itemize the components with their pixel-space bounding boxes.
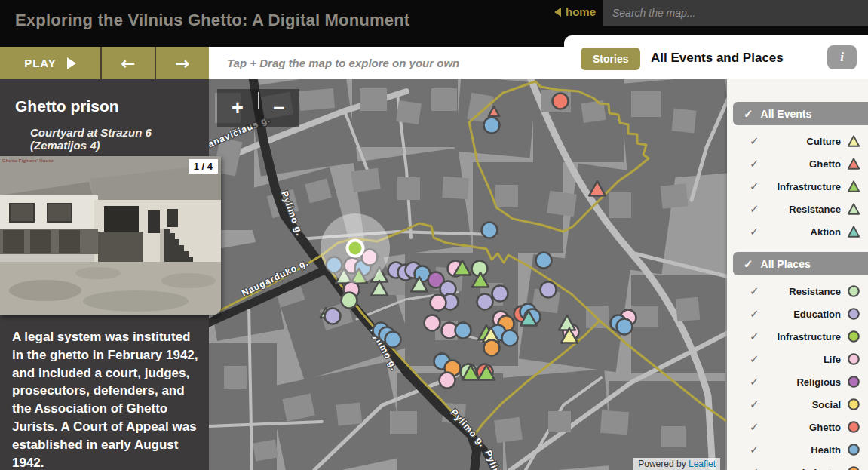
resistance-circle-icon (847, 284, 860, 298)
marker-health-circle[interactable] (617, 319, 633, 335)
ghetto-circle-icon (847, 420, 860, 434)
marker-life-circle[interactable] (440, 373, 455, 389)
check-icon: ✓ (750, 398, 765, 411)
home-arrow-icon (554, 8, 561, 17)
filter-row-events-aktion[interactable]: ✓Aktion (727, 220, 868, 243)
story-photo[interactable]: Ghetto Fighters' House 1 / 4 (0, 156, 221, 315)
check-icon: ✓ (750, 180, 765, 193)
check-icon: ✓ (750, 225, 765, 238)
marker-health-circle[interactable] (455, 323, 471, 339)
search-input[interactable] (603, 0, 868, 26)
check-icon: ✓ (750, 202, 765, 216)
filter-row-places-education[interactable]: ✓Education (727, 303, 868, 325)
check-icon: ✓ (750, 352, 765, 366)
check-icon: ✓ (750, 420, 765, 434)
next-button[interactable]: → (156, 47, 209, 79)
filter-row-places-health[interactable]: ✓Health (727, 438, 868, 461)
marker-education-circle[interactable] (541, 282, 557, 298)
filter-row-places-resistance[interactable]: ✓Resistance (727, 280, 868, 303)
filter-label: Infrastructure (765, 331, 847, 343)
marker-education-circle[interactable] (325, 309, 341, 324)
selected-marker-infrastructure-circle[interactable] (348, 241, 363, 257)
check-icon: ✓ (750, 375, 765, 389)
marker-health-circle[interactable] (484, 118, 500, 134)
photo-credit: Ghetto Fighters' House (2, 158, 54, 163)
filter-label: Ghetto (765, 158, 847, 170)
view-title: All Events and Places (651, 51, 784, 66)
filter-row-places-religious[interactable]: ✓Religious (727, 370, 868, 393)
marker-health-circle[interactable] (536, 253, 552, 269)
events-filter-section: ✓All Events✓Culture✓Ghetto✓Infrastructur… (727, 102, 868, 243)
play-label: PLAY (24, 57, 57, 69)
filter-label: Industry (765, 467, 847, 470)
left-arrow-icon: ← (121, 54, 135, 73)
filter-header-events[interactable]: ✓All Events (733, 102, 868, 125)
culture-triangle-icon (847, 134, 860, 148)
resistance-triangle-icon (847, 202, 860, 216)
filter-label: Resistance (765, 204, 847, 215)
marker-health-circle[interactable] (385, 332, 401, 348)
story-title: Ghetto prison (15, 97, 209, 115)
photo-image (0, 156, 221, 315)
filter-row-places-ghetto[interactable]: ✓Ghetto (727, 416, 868, 438)
marker-life-circle[interactable] (431, 295, 446, 311)
filter-header-places[interactable]: ✓All Places (733, 252, 868, 275)
aktion-triangle-icon (847, 225, 860, 238)
filter-panel: ✓All Events✓Culture✓Ghetto✓Infrastructur… (727, 79, 868, 470)
attribution-text: Powered by (638, 459, 689, 469)
life-circle-icon (847, 352, 860, 366)
home-link[interactable]: home (554, 5, 596, 18)
play-button[interactable]: PLAY (0, 47, 102, 79)
marker-education-circle[interactable] (477, 294, 493, 310)
stories-button[interactable]: Stories (581, 48, 640, 70)
filter-label: Infrastructure (765, 181, 847, 192)
map-zoom-control: + − (217, 89, 299, 127)
photo-counter: 1 / 4 (189, 159, 218, 174)
page-title: Exploring the Vilnius Ghetto: A Digital … (15, 11, 409, 30)
health-circle-icon (847, 443, 860, 456)
industry-circle-icon (847, 465, 860, 470)
previous-button[interactable]: ← (102, 47, 156, 79)
right-arrow-icon: → (175, 54, 189, 73)
filter-row-places-industry[interactable]: ✓Industry (727, 461, 868, 470)
marker-industry-circle[interactable] (484, 340, 500, 356)
filter-row-events-infrastructure[interactable]: ✓Infrastructure (727, 175, 868, 198)
filter-row-places-infrastructure[interactable]: ✓Infrastructure (727, 325, 868, 348)
education-circle-icon (847, 307, 860, 321)
filter-label: Aktion (765, 226, 847, 238)
app-root: Basanavičiaus g.Pylimo g.Naugarduko g.Py… (0, 0, 868, 470)
map-attribution: Powered by Leaflet (633, 458, 720, 470)
view-header-bar: Stories All Events and Places i (564, 35, 868, 79)
map-hint-text: Tap + Drag the map to explore on your ow… (227, 57, 459, 69)
filter-row-events-culture[interactable]: ✓Culture (727, 130, 868, 152)
zoom-in-button[interactable]: + (217, 89, 258, 127)
filter-row-places-social[interactable]: ✓Social (727, 393, 868, 416)
check-icon: ✓ (744, 107, 753, 121)
marker-health-circle[interactable] (482, 223, 498, 238)
religious-circle-icon (847, 375, 860, 389)
marker-resistance-circle[interactable] (342, 293, 357, 309)
filter-label: Culture (765, 136, 847, 147)
check-icon: ✓ (744, 257, 753, 271)
leaflet-link[interactable]: Leaflet (689, 459, 716, 469)
check-icon: ✓ (750, 134, 765, 148)
check-icon: ✓ (750, 284, 765, 298)
filter-label: Resistance (765, 286, 847, 297)
marker-health-circle[interactable] (502, 330, 518, 346)
places-filter-section: ✓All Places✓Resistance✓Education✓Infrast… (727, 252, 868, 470)
home-label: home (566, 5, 596, 18)
marker-life-circle[interactable] (425, 315, 440, 331)
filter-row-places-life[interactable]: ✓Life (727, 348, 868, 370)
story-description: A legal system was instituted in the ghe… (12, 328, 199, 470)
filter-row-events-ghetto[interactable]: ✓Ghetto (727, 152, 868, 175)
marker-ghetto-circle[interactable] (553, 94, 569, 109)
filter-label: Religious (765, 376, 847, 388)
zoom-out-button[interactable]: − (259, 89, 299, 127)
filter-header-label: All Places (761, 258, 811, 270)
marker-education-circle[interactable] (492, 286, 508, 302)
playback-toolbar: PLAY ← → (0, 47, 209, 79)
filter-label: Health (765, 444, 847, 456)
filter-row-events-resistance[interactable]: ✓Resistance (727, 198, 868, 220)
info-button[interactable]: i (827, 45, 857, 69)
check-icon: ✓ (750, 307, 765, 321)
